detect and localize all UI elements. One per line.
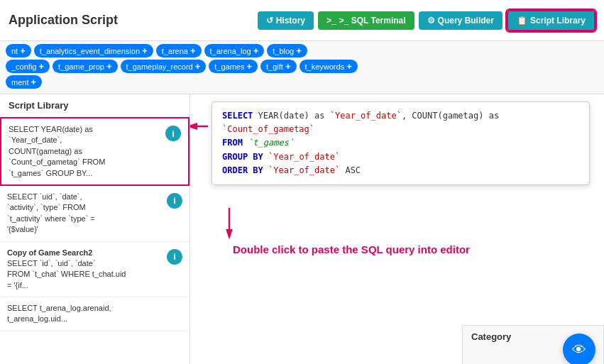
header: Application Script ↺ History >_ >_ SQL T… (0, 0, 604, 41)
history-icon: ↺ (266, 16, 273, 26)
info-button-1[interactable]: i (165, 126, 181, 141)
sidebar-title: Script Library (0, 94, 190, 117)
tags-row-1: nt + t_analytics_event_dimension + t_are… (6, 44, 598, 57)
tag-ment[interactable]: ment + (6, 75, 42, 89)
history-button[interactable]: ↺ History (258, 11, 314, 30)
tag-arena[interactable]: t_arena + (156, 44, 202, 57)
eye-icon: 👁 (572, 342, 586, 358)
sidebar: Script Library SELECT YEAR(date) as `Yea… (0, 94, 190, 364)
tag-gift[interactable]: t_gift + (260, 60, 296, 73)
script-text-1: SELECT YEAR(date) as `Year_of_date`, COU… (9, 124, 160, 179)
tag-games[interactable]: t_games + (209, 60, 258, 73)
script-text-4: SELECT t_arena_log.arenaid, t_arena_log.… (7, 303, 182, 325)
tag-blog[interactable]: t_blog + (267, 44, 307, 57)
terminal-icon: >_ (326, 16, 336, 26)
script-text-2: SELECT `uid`, `date`, `activity`, `type`… (7, 192, 161, 236)
tag-nt[interactable]: nt + (6, 44, 31, 57)
script-library-button[interactable]: 📋 Script Library (507, 10, 595, 31)
query-icon: ⚙ (427, 16, 435, 26)
header-buttons: ↺ History >_ >_ SQL Terminal ⚙ Query Bui… (258, 10, 595, 31)
tags-row-2: _config + t_game_prop + t_gameplay_recor… (6, 60, 598, 73)
info-button-2[interactable]: i (167, 193, 182, 209)
script-item-3[interactable]: Copy of Game Search2 SELECT `id`, `uid`,… (0, 242, 190, 298)
tag-arena-log[interactable]: t_arena_log + (204, 44, 265, 57)
script-item-1[interactable]: SELECT YEAR(date) as `Year_of_date`, COU… (0, 117, 190, 186)
arrow-down-icon (219, 204, 240, 240)
app-title: Application Script (9, 13, 118, 28)
info-button-3[interactable]: i (167, 249, 182, 265)
tag-keywords[interactable]: t_keywords + (300, 60, 358, 73)
tag-gameplay[interactable]: t_gameplay_record + (121, 60, 207, 73)
tag-game-prop[interactable]: t_game_prop + (53, 60, 117, 73)
library-icon: 📋 (517, 16, 527, 26)
script-item-4[interactable]: SELECT t_arena_log.arenaid, t_arena_log.… (0, 297, 190, 331)
query-builder-button[interactable]: ⚙ Query Builder (419, 11, 503, 30)
script-text-3: Copy of Game Search2 SELECT `id`, `uid`,… (7, 248, 161, 292)
sql-popup: SELECT YEAR(date) as `Year_of_date`, COU… (212, 101, 590, 185)
tags-row-3: ment + (6, 75, 598, 89)
right-panel: SELECT YEAR(date) as `Year_of_date`, COU… (190, 94, 604, 364)
double-click-label: Double click to paste the SQL query into… (233, 243, 470, 255)
tags-area: nt + t_analytics_event_dimension + t_are… (0, 41, 604, 94)
arrow-left-icon (190, 116, 212, 137)
tag-config[interactable]: _config + (6, 60, 50, 73)
tag-analytics[interactable]: t_analytics_event_dimension + (34, 44, 153, 57)
category-label: Category (471, 331, 511, 342)
sql-terminal-button[interactable]: >_ >_ SQL Terminal (318, 11, 414, 30)
script-item-2[interactable]: SELECT `uid`, `date`, `activity`, `type`… (0, 186, 190, 242)
eye-button[interactable]: 👁 (563, 333, 595, 364)
main-content: Script Library SELECT YEAR(date) as `Yea… (0, 94, 604, 364)
